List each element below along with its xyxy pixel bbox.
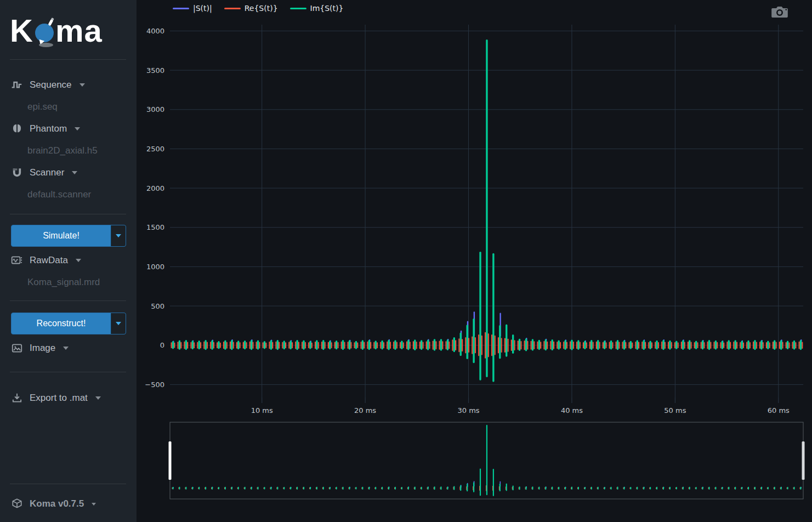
pulse-icon <box>11 79 23 91</box>
svg-text:0: 0 <box>160 341 164 349</box>
svg-text:40 ms: 40 ms <box>561 406 583 415</box>
sidebar-item-rawdata[interactable]: RawData <box>11 253 81 268</box>
app-logo: K ma <box>10 5 103 55</box>
file-label: brain2D_axial.h5 <box>27 145 98 156</box>
svg-text:4000: 4000 <box>146 27 164 35</box>
divider <box>10 484 126 484</box>
svg-text:60 ms: 60 ms <box>768 406 790 415</box>
divider <box>10 59 126 60</box>
svg-text:2500: 2500 <box>146 145 164 153</box>
oscilloscope-icon <box>11 254 23 266</box>
svg-text:50 ms: 50 ms <box>664 406 686 415</box>
sidebar-item-label: Scanner <box>30 167 64 178</box>
sidebar-item-label: RawData <box>30 255 68 266</box>
signal-plot[interactable]: 40003500300025002000150010005000−50010 m… <box>137 0 812 522</box>
svg-text:3500: 3500 <box>146 66 164 75</box>
chevron-down-icon <box>116 234 121 237</box>
sidebar-item-scanner[interactable]: Scanner <box>11 165 77 180</box>
sidebar-item-label: Phantom <box>30 123 67 134</box>
svg-text:10 ms: 10 ms <box>251 406 273 415</box>
svg-text:3000: 3000 <box>146 105 164 114</box>
globe-pin <box>48 19 53 26</box>
sidebar-item-phantom[interactable]: Phantom <box>11 121 80 137</box>
divider <box>10 372 126 372</box>
chart-panel: |S(t)|Re{S(t)}Im{S(t)} 40003500300025002… <box>137 0 812 522</box>
chevron-down-icon <box>95 396 101 400</box>
reconstruct-button[interactable]: Reconstruct! <box>12 313 111 334</box>
rangeslider-handle-left[interactable] <box>169 441 172 480</box>
package-icon <box>11 498 23 510</box>
chevron-down-icon <box>75 127 80 130</box>
sidebar-item-label: Image <box>30 343 55 354</box>
svg-text:−500: −500 <box>145 381 164 389</box>
sidebar-item-sequence[interactable]: Sequence <box>11 77 85 93</box>
sidebar-file-phantom[interactable]: brain2D_axial.h5 <box>27 143 98 158</box>
globe-shadow <box>39 43 53 47</box>
chevron-down-icon <box>63 347 69 350</box>
globe-icon <box>35 24 54 42</box>
svg-text:20 ms: 20 ms <box>354 406 376 415</box>
divider <box>10 300 126 301</box>
file-label: default.scanner <box>27 189 91 200</box>
svg-text:1500: 1500 <box>146 223 164 231</box>
chevron-down-icon <box>92 503 96 506</box>
chevron-down-icon <box>80 83 85 87</box>
chevron-down-icon <box>72 171 77 174</box>
image-icon <box>11 342 23 354</box>
simulate-button[interactable]: Simulate! <box>12 225 111 246</box>
reconstruct-dropdown-toggle[interactable] <box>111 313 126 334</box>
file-label: Koma_signal.mrd <box>27 277 100 288</box>
version-label: Koma v0.7.5 <box>30 498 84 509</box>
sidebar-file-scanner[interactable]: default.scanner <box>27 187 91 202</box>
sidebar-item-label: Sequence <box>30 80 72 90</box>
simulate-button-label: Simulate! <box>43 231 80 241</box>
simulate-button-group: Simulate! <box>11 225 126 247</box>
magnet-icon <box>11 167 23 179</box>
divider <box>10 214 126 214</box>
rangeslider-handle-right[interactable] <box>802 441 805 480</box>
svg-text:1000: 1000 <box>146 263 164 271</box>
sidebar-item-label: Export to .mat <box>30 393 88 404</box>
svg-text:2000: 2000 <box>146 184 164 192</box>
chevron-down-icon <box>76 259 81 262</box>
brain-icon <box>11 123 23 135</box>
reconstruct-button-label: Reconstruct! <box>37 319 86 328</box>
sidebar: K ma Sequence epi.seq Phantom brain2D_ax… <box>0 0 137 522</box>
sidebar-item-image[interactable]: Image <box>11 341 69 356</box>
logo-letters-ma: ma <box>55 12 103 49</box>
svg-text:30 ms: 30 ms <box>457 406 479 415</box>
svg-text:500: 500 <box>151 302 164 310</box>
reconstruct-button-group: Reconstruct! <box>11 313 126 334</box>
sidebar-file-sequence[interactable]: epi.seq <box>27 99 58 115</box>
simulate-dropdown-toggle[interactable] <box>111 225 126 246</box>
logo-letter-k: K <box>10 12 33 49</box>
chevron-down-icon <box>116 322 121 325</box>
download-icon <box>11 392 23 404</box>
sidebar-item-export[interactable]: Export to .mat <box>11 390 101 406</box>
sidebar-file-rawdata[interactable]: Koma_signal.mrd <box>27 275 100 290</box>
file-label: epi.seq <box>27 101 58 112</box>
sidebar-item-version[interactable]: Koma v0.7.5 <box>11 496 96 512</box>
